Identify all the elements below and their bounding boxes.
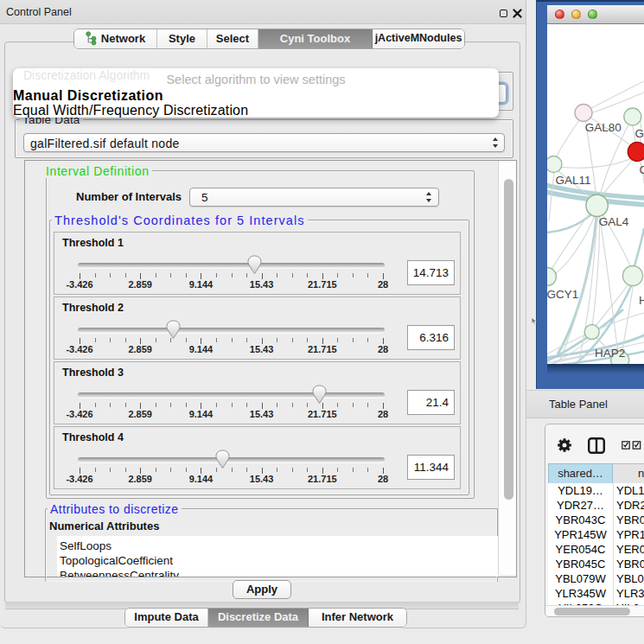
svg-text:GCY1: GCY1	[547, 288, 578, 301]
svg-text:GA: GA	[635, 127, 644, 140]
svg-text:H: H	[639, 294, 644, 307]
svg-text:HAP2: HAP2	[595, 347, 625, 360]
svg-text:GAL80: GAL80	[585, 121, 622, 134]
svg-text:GAL4: GAL4	[599, 215, 629, 228]
svg-text:GAL11: GAL11	[555, 174, 590, 187]
svg-text:C: C	[640, 163, 644, 176]
